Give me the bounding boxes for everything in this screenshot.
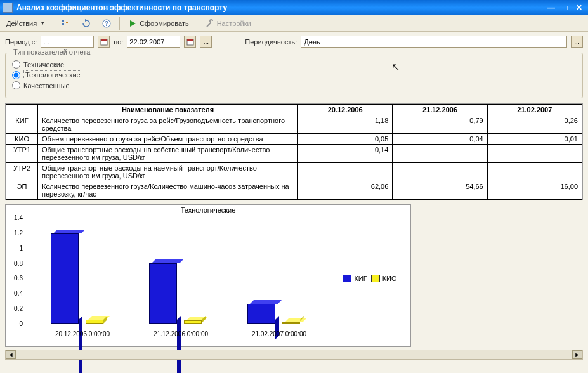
cell-value: 0,14 — [298, 145, 393, 163]
row-name: Общие транспортные расходы на собственны… — [38, 145, 298, 163]
settings-label: Настройки — [217, 20, 251, 27]
window-title: Анализ коэффициентов эффективности по тр… — [16, 3, 545, 12]
svg-marker-6 — [130, 20, 136, 27]
row-code: КИО — [6, 134, 38, 145]
legend-swatch — [371, 275, 380, 282]
legend-item: КИО — [371, 275, 397, 282]
calendar-to-button[interactable] — [184, 36, 196, 48]
y-tick: 1.4 — [9, 214, 23, 221]
period-row: Период с: по: ... Периодичность: День ..… — [5, 36, 583, 48]
legend-swatch — [343, 275, 351, 282]
cell-value — [393, 145, 487, 163]
date-from-input[interactable] — [41, 36, 94, 48]
row-code: УТР2 — [6, 163, 38, 181]
cell-value: 0,01 — [487, 134, 582, 145]
cell-value — [487, 163, 582, 181]
svg-rect-2 — [66, 22, 68, 23]
column-header: 21.02.2007 — [487, 105, 582, 115]
horizontal-scrollbar[interactable]: ◄ ► — [5, 350, 583, 360]
y-tick: 0.6 — [9, 275, 23, 282]
separator — [53, 17, 53, 30]
close-button[interactable]: ✕ — [573, 2, 585, 13]
x-tick: 21.12.2006 0:00:00 — [136, 330, 225, 337]
actions-menu[interactable]: Действия ▼ — [3, 18, 49, 29]
minimize-button[interactable]: — — [545, 2, 558, 13]
periodicity-label: Периодичность: — [245, 38, 297, 46]
legend-item: КИГ — [343, 275, 367, 282]
refresh-icon — [81, 18, 91, 29]
row-name: Общие транспортные расходы на наемный тр… — [38, 163, 298, 181]
tool-btn-2[interactable] — [77, 17, 95, 30]
cell-value — [487, 145, 582, 163]
radio-label: Технические — [23, 61, 64, 69]
cell-value: 0,05 — [298, 134, 393, 145]
data-table: Наименование показателя20.12.200621.12.2… — [6, 104, 582, 200]
calendar-from-button[interactable] — [98, 36, 110, 48]
chevron-down-icon: ▼ — [40, 20, 45, 26]
toolbar: Действия ▼ ? Сформировать Настройки — [0, 15, 588, 32]
x-tick: 20.12.2006 0:00:00 — [38, 330, 127, 337]
svg-marker-3 — [85, 19, 88, 22]
radio-label: Технологические — [23, 70, 82, 79]
column-header: Наименование показателя — [38, 105, 298, 115]
row-code: ЭП — [6, 181, 38, 200]
cell-value: 0,04 — [393, 134, 487, 145]
scroll-left-button[interactable]: ◄ — [6, 350, 16, 359]
cell-value: 54,66 — [393, 181, 487, 200]
execute-button[interactable]: Сформировать — [124, 17, 193, 30]
chart-legend: КИГКИО — [334, 215, 410, 342]
cell-value: 0,26 — [487, 115, 582, 134]
cell-value — [298, 163, 393, 181]
scroll-right-button[interactable]: ► — [572, 350, 582, 359]
svg-rect-8 — [101, 39, 107, 41]
cell-value: 62,06 — [298, 181, 393, 200]
content-area: ↖ Период с: по: ... Периодичность: День … — [0, 32, 588, 373]
row-name: Объем перевезенного груза за рейс/Объем … — [38, 134, 298, 145]
periodicity-field[interactable]: День — [301, 36, 567, 48]
periodicity-picker-button[interactable]: ... — [571, 36, 583, 48]
radio-input[interactable] — [12, 81, 20, 89]
chart: Технологические 00.20.40.60.811.21.420.1… — [5, 204, 411, 347]
column-header: 21.12.2006 — [393, 105, 487, 115]
period-from-label: Период с: — [5, 38, 37, 46]
y-tick: 1.2 — [9, 229, 23, 236]
settings-button[interactable]: Настройки — [201, 17, 255, 30]
legend-label: КИО — [382, 275, 397, 282]
execute-label: Сформировать — [140, 20, 189, 27]
help-icon: ? — [101, 18, 112, 29]
radio-label: Качественные — [23, 82, 70, 89]
radio-option[interactable]: Технологические — [12, 70, 576, 79]
cell-value: 0,79 — [393, 115, 487, 134]
y-tick: 0.8 — [9, 259, 23, 266]
svg-rect-10 — [187, 39, 193, 41]
radio-option[interactable]: Технические — [12, 60, 576, 69]
maximize-button[interactable]: □ — [559, 2, 572, 13]
period-to-label: по: — [114, 38, 123, 46]
period-picker-button[interactable]: ... — [200, 36, 212, 48]
date-to-input[interactable] — [127, 36, 180, 48]
table-row: УТР1Общие транспортные расходы на собств… — [6, 145, 582, 163]
row-name: Количество перевезенного груза/Количеств… — [38, 181, 298, 200]
row-code: УТР1 — [6, 145, 38, 163]
y-tick: 0.4 — [9, 290, 23, 297]
row-code: КИГ — [6, 115, 38, 134]
data-table-wrap: Наименование показателя20.12.200621.12.2… — [5, 103, 583, 200]
tree-icon — [61, 18, 71, 29]
cell-value: 1,18 — [298, 115, 393, 134]
radio-input[interactable] — [12, 71, 20, 79]
svg-text:?: ? — [105, 20, 108, 27]
svg-rect-0 — [62, 20, 64, 22]
titlebar: Анализ коэффициентов эффективности по тр… — [0, 0, 588, 15]
chart-title: Технологические — [6, 205, 410, 215]
radio-option[interactable]: Качественные — [12, 81, 576, 89]
separator — [197, 17, 197, 30]
periodicity-value: День — [304, 38, 320, 46]
table-row: КИООбъем перевезенного груза за рейс/Объ… — [6, 134, 582, 145]
tool-btn-1[interactable] — [57, 17, 75, 30]
radio-input[interactable] — [12, 60, 20, 69]
play-icon — [127, 18, 138, 29]
help-button[interactable]: ? — [98, 17, 115, 30]
y-tick: 0 — [9, 320, 23, 327]
calendar-icon — [100, 38, 108, 46]
cell-value — [393, 163, 487, 181]
